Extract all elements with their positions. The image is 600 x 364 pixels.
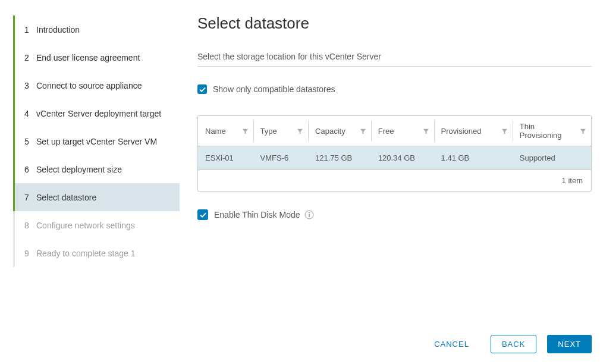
- svg-rect-2: [309, 214, 310, 218]
- step-label: Select deployment size: [36, 165, 122, 174]
- step-label: Configure network settings: [36, 221, 135, 230]
- step-label: Connect to source appliance: [36, 81, 142, 90]
- check-icon: [200, 212, 206, 218]
- step-number: 7: [24, 193, 36, 202]
- filter-icon[interactable]: [423, 128, 429, 134]
- step-label: Ready to complete stage 1: [36, 249, 136, 258]
- compatible-datastores-row: Show only compatible datastores: [197, 84, 592, 94]
- step-select-datastore[interactable]: 7 Select datastore: [15, 183, 180, 211]
- step-label: Set up target vCenter Server VM: [36, 137, 157, 146]
- cell-provisioned: 1.41 GB: [434, 146, 513, 170]
- datastore-table: Name Type Capacity: [198, 116, 591, 170]
- filter-icon[interactable]: [501, 128, 508, 134]
- main-content: Select datastore Select the storage loca…: [180, 0, 600, 364]
- col-header-label: Name: [205, 127, 226, 136]
- filter-icon[interactable]: [242, 128, 249, 134]
- step-eula[interactable]: 2 End user license agreement: [15, 43, 180, 71]
- table-footer-count: 1 item: [198, 170, 591, 191]
- col-header-label: Provisioned: [441, 127, 482, 136]
- col-header-type[interactable]: Type: [253, 116, 309, 146]
- wizard-footer: CANCEL BACK NEXT: [197, 328, 592, 364]
- info-icon[interactable]: [304, 210, 314, 219]
- svg-point-1: [309, 212, 310, 214]
- wizard-sidebar: 1 Introduction 2 End user license agreem…: [0, 0, 180, 364]
- step-connect-source[interactable]: 3 Connect to source appliance: [15, 71, 180, 99]
- step-introduction[interactable]: 1 Introduction: [15, 15, 180, 43]
- page-subtitle: Select the storage location for this vCe…: [197, 52, 592, 67]
- cell-name: ESXi-01: [198, 146, 253, 170]
- step-label: Select datastore: [36, 193, 96, 202]
- thin-disk-checkbox[interactable]: [197, 209, 208, 220]
- col-header-label: Type: [260, 127, 277, 136]
- col-header-provisioned[interactable]: Provisioned: [434, 116, 513, 146]
- step-number: 8: [24, 221, 36, 230]
- cell-type: VMFS-6: [253, 146, 309, 170]
- step-number: 5: [24, 137, 36, 146]
- col-header-thin-provisioning[interactable]: Thin Provisioning: [513, 116, 591, 146]
- col-header-label: Thin Provisioning: [520, 122, 576, 140]
- step-deployment-size[interactable]: 6 Select deployment size: [15, 155, 180, 183]
- col-header-name[interactable]: Name: [198, 116, 253, 146]
- col-header-free[interactable]: Free: [371, 116, 434, 146]
- check-icon: [199, 86, 206, 93]
- cell-free: 120.34 GB: [371, 146, 434, 170]
- col-header-label: Capacity: [315, 127, 345, 136]
- step-number: 3: [24, 81, 36, 90]
- col-header-capacity[interactable]: Capacity: [308, 116, 371, 146]
- back-button[interactable]: BACK: [491, 335, 536, 353]
- thin-disk-label: Enable Thin Disk Mode: [214, 210, 300, 219]
- col-header-label: Free: [378, 127, 394, 136]
- datastore-table-wrapper: Name Type Capacity: [197, 115, 592, 192]
- datastore-row[interactable]: ESXi-01 VMFS-6 121.75 GB 120.34 GB 1.41 …: [198, 146, 591, 170]
- next-button[interactable]: NEXT: [547, 335, 592, 353]
- step-configure-network: 8 Configure network settings: [15, 211, 180, 239]
- compatible-datastores-label: Show only compatible datastores: [213, 84, 335, 94]
- step-number: 6: [24, 165, 36, 174]
- step-deployment-target[interactable]: 4 vCenter Server deployment target: [15, 99, 180, 127]
- page-title: Select datastore: [197, 14, 592, 33]
- step-label: vCenter Server deployment target: [36, 109, 161, 118]
- step-number: 4: [24, 109, 36, 118]
- step-number: 2: [24, 53, 36, 62]
- step-number: 1: [24, 25, 36, 34]
- cell-capacity: 121.75 GB: [308, 146, 371, 170]
- step-number: 9: [24, 249, 36, 258]
- filter-icon[interactable]: [360, 128, 366, 134]
- filter-icon[interactable]: [580, 128, 586, 134]
- step-ready-complete: 9 Ready to complete stage 1: [15, 239, 180, 267]
- filter-icon[interactable]: [297, 128, 303, 134]
- step-label: Introduction: [36, 25, 80, 34]
- step-setup-target-vm[interactable]: 5 Set up target vCenter Server VM: [15, 127, 180, 155]
- cancel-button[interactable]: CANCEL: [423, 335, 480, 353]
- step-label: End user license agreement: [36, 53, 140, 62]
- cell-thin: Supported: [513, 146, 591, 170]
- thin-disk-row: Enable Thin Disk Mode: [197, 209, 592, 220]
- compatible-datastores-checkbox[interactable]: [197, 84, 207, 94]
